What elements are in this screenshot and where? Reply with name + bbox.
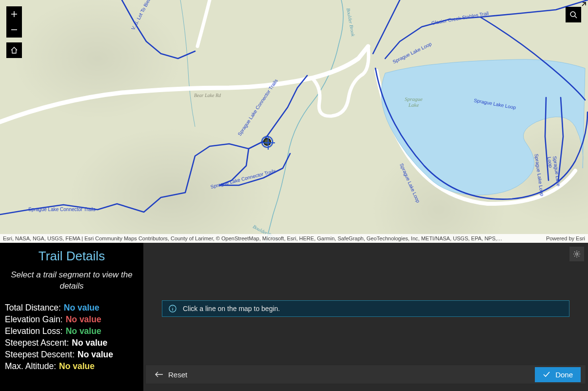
zoom-in-button[interactable] bbox=[6, 6, 22, 22]
expand-button[interactable] bbox=[576, 0, 588, 12]
stat-label: Total Distance: bbox=[5, 303, 61, 313]
map-viewport[interactable]: SpragueLake Bear Lake Rd Boulder Brook B… bbox=[0, 0, 588, 243]
stat-value: No value bbox=[78, 350, 113, 360]
trail-details-panel: Trail Details Select a trail segment to … bbox=[0, 243, 143, 391]
map-attribution: Esri, NASA, NGA, USGS, FEMA | Esri Commu… bbox=[0, 234, 588, 243]
profile-footer: Reset Done bbox=[145, 365, 586, 384]
stat-label: Steepest Ascent: bbox=[5, 338, 69, 348]
home-icon bbox=[10, 46, 18, 54]
sprague-lake bbox=[371, 49, 585, 205]
home-button[interactable] bbox=[6, 42, 22, 58]
stat-total-distance: Total Distance: No value bbox=[5, 303, 138, 313]
expand-icon bbox=[578, 2, 586, 10]
svg-point-0 bbox=[570, 12, 575, 17]
bottom-panel: Trail Details Select a trail segment to … bbox=[0, 243, 588, 391]
svg-point-1 bbox=[576, 253, 578, 255]
zoom-out-button[interactable] bbox=[6, 22, 22, 38]
profile-settings-button[interactable] bbox=[569, 247, 584, 261]
arrow-left-icon bbox=[155, 371, 163, 378]
stat-value: No value bbox=[72, 338, 107, 348]
minus-icon bbox=[10, 26, 18, 34]
done-button[interactable]: Done bbox=[535, 367, 581, 382]
profile-info-banner: Click a line on the map to begin. bbox=[162, 300, 569, 317]
stat-value: No value bbox=[66, 314, 101, 325]
check-icon bbox=[543, 371, 550, 378]
stat-value: No value bbox=[64, 303, 99, 313]
reset-label: Reset bbox=[168, 371, 187, 379]
plus-icon bbox=[10, 10, 18, 18]
done-label: Done bbox=[555, 371, 573, 379]
stat-label: Steepest Descent: bbox=[5, 350, 75, 360]
stat-elevation-loss: Elevation Loss: No value bbox=[5, 326, 138, 336]
stat-steepest-ascent: Steepest Ascent: No value bbox=[5, 338, 138, 348]
banner-text: Click a line on the map to begin. bbox=[183, 305, 280, 313]
stat-value: No value bbox=[66, 326, 101, 336]
locate-marker bbox=[261, 136, 273, 148]
powered-by-esri[interactable]: Powered by Esri bbox=[541, 235, 585, 241]
stat-label: Elevation Loss: bbox=[5, 326, 63, 336]
stat-max-altitude: Max. Altitude: No value bbox=[5, 361, 138, 371]
stat-elevation-gain: Elevation Gain: No value bbox=[5, 314, 138, 325]
details-hint: Select a trail segment to view the detai… bbox=[8, 270, 136, 292]
stat-label: Max. Altitude: bbox=[5, 361, 56, 371]
info-icon bbox=[168, 304, 177, 313]
details-title: Trail Details bbox=[5, 249, 138, 264]
gear-icon bbox=[573, 250, 581, 258]
attribution-text: Esri, NASA, NGA, USGS, FEMA | Esri Commu… bbox=[3, 235, 502, 241]
svg-point-3 bbox=[172, 307, 173, 307]
stat-value: No value bbox=[59, 361, 95, 371]
stat-label: Elevation Gain: bbox=[5, 314, 63, 325]
reset-button[interactable]: Reset bbox=[151, 368, 191, 382]
elevation-profile-panel: Click a line on the map to begin. Reset … bbox=[143, 243, 588, 391]
stat-steepest-descent: Steepest Descent: No value bbox=[5, 350, 138, 360]
